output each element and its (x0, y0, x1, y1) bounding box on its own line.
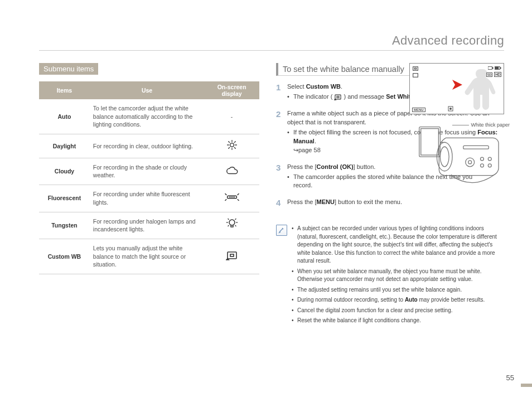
item-name: Auto (39, 99, 90, 134)
col-head-use: Use (90, 81, 204, 99)
daylight-icon (204, 134, 259, 158)
svg-rect-36 (413, 74, 418, 77)
col-head-items: Items (39, 81, 90, 99)
customwb-icon (412, 66, 419, 72)
note-item: A subject can be recorded under various … (292, 225, 504, 265)
item-name: Cloudy (39, 158, 90, 185)
item-use: For recording under halogen lamps and in… (90, 212, 204, 239)
page-number: 55 (506, 374, 514, 382)
note-item: The adjusted setting remains until you s… (292, 286, 504, 294)
svg-line-11 (225, 200, 226, 201)
svg-line-5 (228, 142, 229, 143)
preview-screen: SD HD MENU (409, 63, 504, 114)
svg-point-50 (488, 164, 491, 167)
svg-point-38 (449, 108, 452, 110)
step-4: 4 Press the [MENU] button to exit the me… (276, 198, 504, 208)
fluorescent-icon (204, 185, 259, 212)
item-name: Custom WB (39, 239, 90, 274)
figure-column: SD HD MENU (409, 63, 504, 198)
table-row: Fluorescent For recording under white fl… (39, 185, 259, 212)
col-head-display: On-screen display (204, 81, 259, 99)
svg-rect-25 (230, 254, 234, 256)
item-name: Tungsten (39, 212, 90, 239)
item-name: Daylight (39, 134, 90, 158)
note-box: A subject can be recorded under various … (276, 225, 504, 327)
svg-rect-27 (337, 96, 339, 98)
svg-line-12 (238, 193, 239, 195)
svg-line-6 (234, 147, 235, 148)
step-number: 2 (276, 109, 284, 156)
svg-line-20 (228, 219, 229, 220)
page-bar (521, 384, 532, 387)
step-number: 3 (276, 163, 284, 192)
table-row: Tungsten For recording under halogen lam… (39, 212, 259, 239)
svg-rect-24 (228, 252, 236, 259)
focus-marker-icon (450, 79, 463, 91)
item-use: To let the camcorder adjust the white ba… (90, 99, 204, 134)
svg-rect-41 (421, 129, 439, 155)
customwb-icon (204, 239, 259, 274)
svg-point-49 (488, 157, 491, 161)
item-use: For recording in the shade or cloudy wea… (90, 158, 204, 185)
note-item: Cancel the digital zoom function for a c… (292, 307, 504, 315)
table-row: Auto To let the camcorder adjust the whi… (39, 99, 259, 134)
svg-line-7 (228, 147, 229, 148)
content-columns: Submenu items Items Use On-screen displa… (39, 63, 504, 327)
item-name: Fluorescent (39, 185, 90, 212)
svg-line-22 (228, 226, 229, 226)
svg-point-45 (466, 158, 475, 167)
cloudy-icon (204, 158, 259, 185)
svg-line-8 (234, 142, 235, 143)
svg-rect-28 (413, 67, 418, 71)
svg-line-23 (235, 226, 236, 226)
svg-marker-39 (452, 80, 462, 90)
svg-point-44 (440, 147, 449, 167)
right-column: To set the white balance manually 1 Sele… (276, 63, 504, 327)
tungsten-icon (204, 212, 259, 239)
note-item: When you set white balance manually, the… (292, 268, 504, 284)
submenu-table: Items Use On-screen display Auto To let … (39, 81, 259, 274)
svg-point-46 (468, 161, 472, 164)
step-number: 4 (276, 198, 284, 208)
svg-line-10 (225, 193, 226, 195)
svg-line-21 (235, 219, 236, 220)
table-row: Daylight For recording in clear, outdoor… (39, 134, 259, 158)
svg-rect-26 (335, 95, 341, 99)
svg-rect-29 (414, 68, 416, 69)
svg-rect-51 (463, 146, 489, 149)
camcorder-figure: White thick paper (409, 125, 504, 198)
item-use: For recording in clear, outdoor lighting… (90, 134, 204, 158)
paper-label: White thick paper (452, 122, 510, 128)
table-row: Custom WB Lets you manually adjust the w… (39, 239, 259, 274)
svg-line-13 (238, 200, 239, 201)
page-title: Advanced recording (39, 33, 504, 51)
table-row: Cloudy For recording in the shade or clo… (39, 158, 259, 185)
svg-point-47 (480, 157, 483, 161)
submenu-heading: Submenu items (39, 63, 98, 75)
note-icon (276, 225, 287, 236)
note-item: During normal outdoor recording, setting… (292, 296, 504, 304)
menu-indicator: MENU (412, 108, 425, 112)
svg-point-0 (230, 143, 234, 147)
svg-point-17 (229, 220, 235, 225)
step-number: 1 (276, 83, 284, 103)
item-icon: - (204, 99, 259, 134)
left-column: Submenu items Items Use On-screen displa… (39, 63, 259, 327)
mode-icon (412, 72, 419, 79)
note-item: Reset the white balance if light conditi… (292, 317, 504, 325)
item-use: Lets you manually adjust the white balan… (90, 239, 204, 274)
item-use: For recording under white fluorescent li… (90, 185, 204, 212)
svg-point-48 (480, 164, 483, 167)
